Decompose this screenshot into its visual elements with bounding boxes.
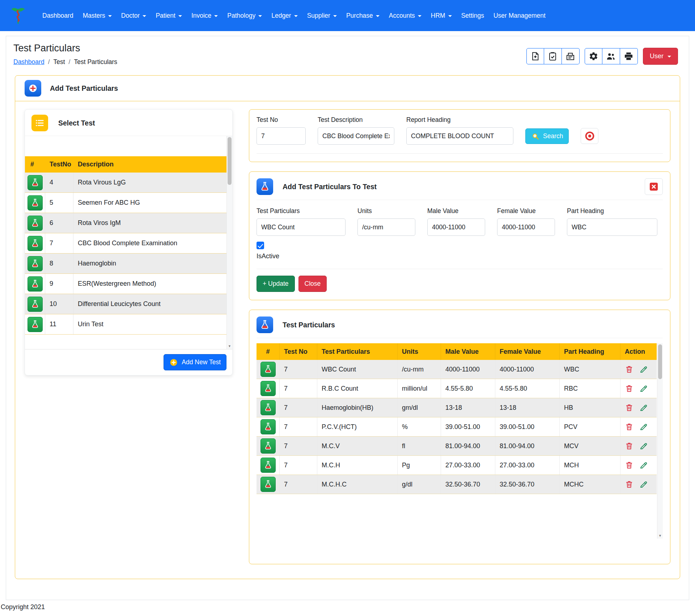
particulars-table-card: Test Particulars # Test No Test Particul… [249, 310, 670, 564]
test-row[interactable]: 10Differential Leucicytes Count [25, 294, 232, 314]
male-value-input[interactable] [427, 218, 485, 236]
edit-icon[interactable] [639, 384, 648, 393]
table-spacer [25, 136, 232, 156]
content-panel: Test Particulars Dashboard / Test / Test… [6, 36, 689, 600]
scrollbar-thumb[interactable] [658, 344, 662, 379]
delete-icon[interactable] [625, 365, 633, 374]
delete-icon[interactable] [625, 422, 633, 431]
nav-item-hrm[interactable]: HRM [426, 8, 457, 23]
isactive-checkbox[interactable] [257, 242, 264, 249]
edit-icon[interactable] [639, 403, 648, 412]
test-icon-cell [25, 193, 45, 213]
test-description-input[interactable] [318, 127, 394, 145]
flask-icon-button[interactable] [27, 236, 43, 251]
flask-icon-button[interactable] [27, 297, 43, 312]
users-icon[interactable] [602, 48, 620, 64]
test-row[interactable]: 4Rota Virous LgG [25, 173, 232, 193]
gear-icon[interactable] [585, 48, 602, 64]
chevron-down-icon [333, 15, 337, 17]
test-particulars-input[interactable] [257, 218, 346, 236]
cash-register-icon[interactable] [562, 48, 580, 64]
delete-icon[interactable] [625, 403, 633, 412]
flask-icon-button[interactable] [260, 438, 276, 454]
test-row[interactable]: 7CBC Blood Complete Examination [25, 233, 232, 254]
nav-item-purchase[interactable]: Purchase [342, 8, 384, 23]
printer-icon[interactable] [620, 48, 638, 64]
flask-icon-button[interactable] [27, 216, 43, 231]
test-no-cell: 7 [280, 417, 317, 436]
add-new-test-button[interactable]: Add New Test [164, 354, 226, 370]
delete-icon[interactable] [625, 461, 633, 470]
flask-icon-button[interactable] [260, 400, 276, 415]
test-row[interactable]: 11Urin Test [25, 314, 232, 335]
edit-icon[interactable] [639, 422, 648, 431]
update-button[interactable]: + Update [257, 276, 295, 292]
nav-item-user-management[interactable]: User Management [489, 8, 550, 23]
prescription-icon[interactable] [526, 48, 544, 64]
flask-icon-button[interactable] [260, 362, 276, 377]
edit-icon[interactable] [639, 480, 648, 489]
female-value-input[interactable] [497, 218, 555, 236]
flask-icon-button[interactable] [27, 195, 43, 211]
part-heading-input[interactable] [567, 218, 657, 236]
flask-icon-button[interactable] [260, 458, 276, 473]
nav-item-doctor[interactable]: Doctor [116, 8, 151, 23]
nav-item-masters[interactable]: Masters [78, 8, 116, 23]
select-test-scrollbar[interactable]: ▼ [226, 136, 232, 349]
nav-item-dashboard[interactable]: Dashboard [38, 8, 78, 23]
report-heading-input[interactable] [406, 127, 513, 145]
test-row[interactable]: 9ESR(Westergreen Method) [25, 274, 232, 294]
flask-icon-button[interactable] [27, 175, 43, 190]
test-description-label: Test Description [318, 116, 394, 124]
report-heading-label: Report Heading [406, 116, 513, 124]
scrollbar-down-arrow[interactable]: ▼ [657, 533, 663, 538]
test-no-input[interactable] [257, 127, 306, 145]
clipboard-check-icon[interactable] [544, 48, 562, 64]
edit-icon[interactable] [639, 365, 648, 374]
select-test-footer: Add New Test [25, 349, 232, 375]
nav-item-patient[interactable]: Patient [151, 8, 186, 23]
flask-icon-button[interactable] [27, 317, 43, 332]
flask-icon-button[interactable] [260, 381, 276, 396]
edit-icon[interactable] [639, 461, 648, 470]
app-logo-icon[interactable] [8, 5, 28, 26]
add-form-title: Add Test Particulars To Test [283, 183, 377, 191]
particulars-scrollbar[interactable]: ▼ [657, 343, 663, 539]
delete-icon[interactable] [625, 442, 633, 450]
breadcrumb-dashboard-link[interactable]: Dashboard [13, 58, 45, 66]
delete-icon[interactable] [625, 480, 633, 489]
edit-icon[interactable] [639, 442, 648, 450]
nav-item-supplier[interactable]: Supplier [302, 8, 342, 23]
test-row[interactable]: 6Rota Viros IgM [25, 213, 232, 233]
nav-item-accounts[interactable]: Accounts [384, 8, 426, 23]
add-test-particulars-section: Add Test Particulars Select Test # TestN… [15, 75, 680, 579]
male-value-cell: 81.00-94.00 [441, 437, 495, 455]
column-female-value: Female Value [495, 343, 560, 360]
nav-item-invoice[interactable]: Invoice [187, 8, 223, 23]
chevron-down-icon [143, 15, 146, 17]
test-no-cell: 5 [45, 193, 73, 213]
test-icon-cell [25, 233, 45, 253]
delete-icon[interactable] [625, 384, 633, 393]
user-menu-button[interactable]: User [643, 48, 678, 65]
close-window-button[interactable] [645, 178, 663, 195]
close-button[interactable]: Close [298, 276, 327, 292]
scrollbar-down-arrow[interactable]: ▼ [227, 343, 232, 349]
test-row[interactable]: 5Seemen For ABC HG [25, 193, 232, 213]
flask-icon-button[interactable] [27, 276, 43, 292]
test-row[interactable]: 8Haemoglobin [25, 254, 232, 274]
flask-icon-button[interactable] [260, 419, 276, 434]
scrollbar-thumb[interactable] [228, 137, 232, 185]
reset-button[interactable] [581, 128, 598, 144]
units-input[interactable] [357, 218, 415, 236]
part-heading-cell: WBC [560, 360, 620, 379]
nav-item-label: Masters [83, 12, 105, 20]
flask-icon-button[interactable] [27, 256, 43, 271]
nav-item-pathology[interactable]: Pathology [223, 8, 267, 23]
search-button[interactable]: Search [525, 128, 569, 144]
nav-item-ledger[interactable]: Ledger [267, 8, 302, 23]
test-no-cell: 8 [45, 254, 73, 273]
action-cell [620, 437, 657, 455]
nav-item-settings[interactable]: Settings [457, 8, 489, 23]
flask-icon-button[interactable] [260, 477, 276, 492]
